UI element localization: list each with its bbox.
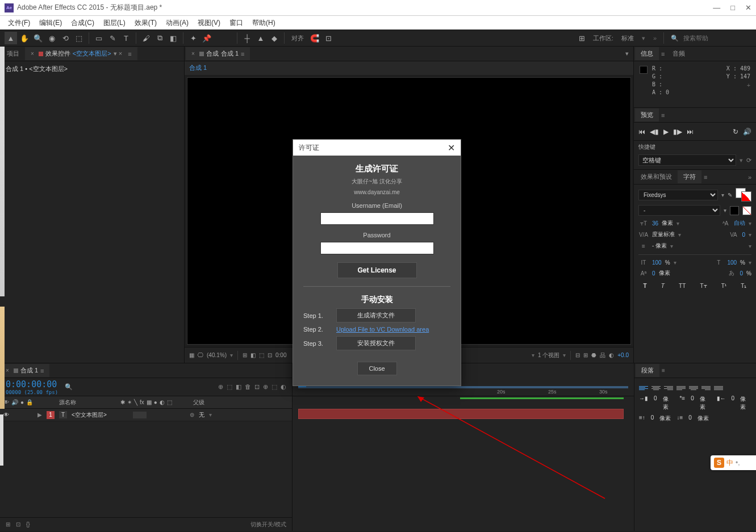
tl-icon-3[interactable]: ◧ [236,383,241,391]
get-license-button[interactable]: Get License [337,262,417,278]
faux-italic-icon[interactable]: T [661,283,665,289]
font-family-select[interactable]: Fixedsys [638,190,718,200]
viewer-roi-icon[interactable]: ⊡ [268,352,272,358]
menu-help[interactable]: 帮助(H) [248,18,280,28]
subscript-icon[interactable]: T₁ [741,283,746,289]
viewer-grid-icon[interactable]: ▦ [189,352,194,358]
layer-parent-value[interactable]: 无 [199,411,204,419]
hand-tool-icon[interactable]: ✋ [18,32,31,44]
viewer-monitor-icon[interactable]: 🖵 [198,352,203,358]
kerning-value[interactable]: 度量标准 [652,231,675,238]
color-black-swatch[interactable] [730,206,739,215]
orbit-tool-icon[interactable]: ◉ [45,32,58,44]
menu-window[interactable]: 窗口 [225,18,248,28]
small-caps-icon[interactable]: Tᴛ [700,283,707,289]
clone-tool-icon[interactable]: ⧉ [153,32,166,44]
col-audio-icon[interactable]: 🔊 [11,399,18,405]
menu-view[interactable]: 视图(V) [193,18,225,28]
viewer-3d-icon[interactable]: ⬣ [591,352,596,358]
tl-icon-5[interactable]: ⊡ [254,383,260,391]
tab-composition[interactable]: × 合成 合成 1 ≡ [186,47,250,60]
viewer-guide-icon[interactable]: ⊟ [575,352,580,358]
baseline-value[interactable]: 0 [652,270,655,277]
dialog-close-button[interactable]: Close [357,362,397,375]
justify-all-icon[interactable] [714,384,723,392]
preview-loop-icon[interactable]: ↻ [733,128,738,136]
viewer-mask-icon[interactable]: ⬚ [259,352,264,358]
tab-info[interactable]: 信息 [635,47,659,60]
color-none-swatch[interactable] [742,206,751,215]
vscale-value[interactable]: 100 [652,259,662,266]
workspace-value[interactable]: 标准 [618,34,637,43]
menu-file[interactable]: 文件(F) [3,18,35,28]
brush-tool-icon[interactable]: 🖌 [140,32,152,44]
timecode[interactable]: 0:00:00:00 [6,379,58,389]
rotate-tool-icon[interactable]: ⟲ [59,32,72,44]
timeline-layer-row[interactable]: 👁 ▶ 1 T <空文本图层> ⊚ 无 ▾ [0,409,292,421]
leading-value[interactable]: 自动 [734,219,745,227]
sw-8-icon[interactable]: ⬚ [167,399,172,405]
pen-tool-icon[interactable]: ✎ [106,32,119,44]
render-icon[interactable]: ⊞ [576,32,588,44]
shortcut-select[interactable]: 空格键 [638,154,736,166]
viewer-res-icon[interactable]: ⊞ [243,352,247,358]
ime-badge[interactable]: S 中 •, [711,455,756,470]
tracking-value[interactable]: 0 [742,232,745,238]
shortcut-reset-icon[interactable]: ⟳ [746,157,751,164]
username-input[interactable] [320,212,434,225]
space-after-value[interactable]: 0 [688,414,692,422]
viewer-views[interactable]: 1 个视图 [538,351,559,359]
search-help-input[interactable] [683,35,751,41]
tab-character[interactable]: 字符 [678,170,701,183]
col-parent[interactable]: 父级 [193,399,227,407]
dialog-close-icon[interactable]: ✕ [448,143,455,153]
step3-button[interactable]: 安装授权文件 [336,336,416,350]
menu-composition[interactable]: 合成(C) [66,18,99,28]
toggle-switches[interactable]: 切换开关/模式 [250,521,286,529]
sw-1-icon[interactable]: ✱ [120,399,125,405]
tl-icon-8[interactable]: ◐ [281,383,286,391]
preview-play-icon[interactable]: ▶ [663,128,669,136]
viewer-exposure-value[interactable]: +0.0 [617,352,629,358]
hscale-value[interactable]: 100 [727,259,737,266]
space-before-value[interactable]: 0 [651,414,654,422]
tab-timeline-comp[interactable]: × 合成 1 ≡ [0,364,49,377]
col-lock-icon[interactable]: 🔒 [26,399,33,405]
layer-video-icon[interactable]: 👁 [3,412,9,418]
search-timeline-icon[interactable]: 🔍 [65,383,73,391]
tab-project[interactable]: 项目 [1,47,25,60]
stroke-value[interactable]: - 像素 [652,242,667,250]
tl-footer-icon-1[interactable]: ⊞ [6,521,10,527]
tab-effects-presets[interactable]: 效果和预设 [635,170,678,183]
rect-tool-icon[interactable]: ▭ [93,32,105,44]
viewer-crumb[interactable]: 合成 1 [189,64,207,71]
step2-link[interactable]: Upload File to VC Download area [336,326,429,333]
indent-first-value[interactable]: 0 [691,395,694,411]
justify-left-icon[interactable] [676,384,686,392]
camera-tool-icon[interactable]: ⬚ [73,32,85,44]
maximize-icon[interactable]: □ [730,3,735,12]
zoom-tool-icon[interactable]: 🔍 [32,32,44,44]
indent-left-value[interactable]: 0 [654,395,657,411]
superscript-icon[interactable]: T¹ [721,283,726,289]
viewer-channel-icon[interactable]: ◧ [250,352,256,358]
tl-footer-icon-3[interactable]: {} [26,521,30,527]
tl-icon-2[interactable]: ⬚ [227,383,232,391]
project-body[interactable] [0,75,184,363]
tl-footer-icon-2[interactable]: ⊡ [16,521,20,527]
col-source[interactable]: 源名称 [59,399,116,407]
preview-next-icon[interactable]: ▮▶ [673,128,682,136]
sw-5-icon[interactable]: ▦ [147,399,152,405]
color-swatch[interactable] [736,188,751,202]
preview-last-icon[interactable]: ⏭ [687,128,694,136]
timeline-tracks[interactable]: 20s 25s 30s [293,363,634,531]
all-caps-icon[interactable]: TT [679,283,686,289]
sw-3-icon[interactable]: ╲ [134,399,137,405]
minimize-icon[interactable]: — [713,3,720,12]
layer-name[interactable]: <空文本图层> [72,411,128,419]
preview-prev-icon[interactable]: ◀▮ [650,128,659,136]
justify-right-icon[interactable] [701,384,711,392]
close-icon[interactable]: ✕ [745,3,751,12]
eyedropper-icon[interactable]: ✎ [728,192,732,198]
viewer-zoom[interactable]: (40.1%) [207,352,227,358]
